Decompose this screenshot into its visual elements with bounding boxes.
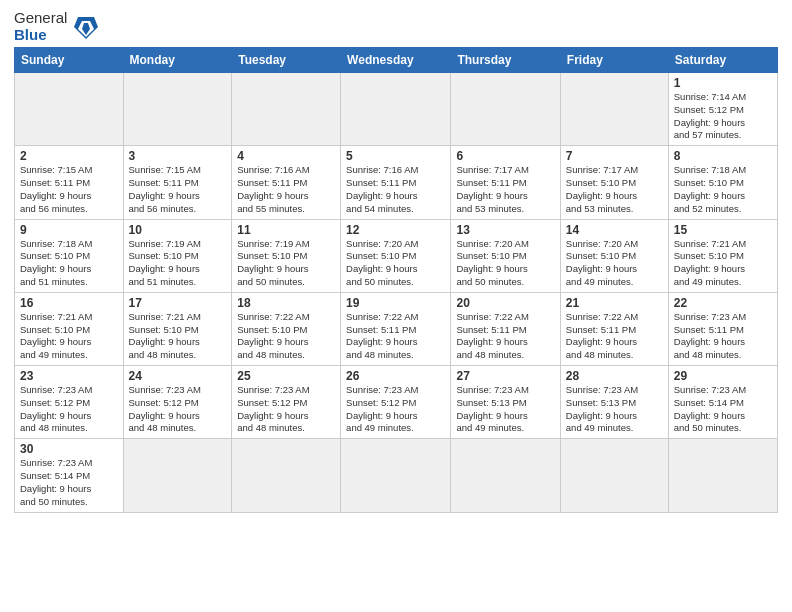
- calendar-cell: 3Sunrise: 7:15 AM Sunset: 5:11 PM Daylig…: [123, 146, 232, 219]
- day-info: Sunrise: 7:23 AM Sunset: 5:13 PM Dayligh…: [566, 384, 663, 435]
- day-number: 2: [20, 149, 118, 163]
- header: General Blue: [14, 10, 778, 43]
- page: General Blue SundayMondayTuesdayWednesda…: [0, 0, 792, 523]
- calendar-cell: 21Sunrise: 7:22 AM Sunset: 5:11 PM Dayli…: [560, 292, 668, 365]
- day-number: 27: [456, 369, 554, 383]
- day-info: Sunrise: 7:21 AM Sunset: 5:10 PM Dayligh…: [20, 311, 118, 362]
- weekday-header-monday: Monday: [123, 48, 232, 73]
- calendar-cell: [560, 439, 668, 512]
- calendar-cell: 29Sunrise: 7:23 AM Sunset: 5:14 PM Dayli…: [668, 366, 777, 439]
- calendar-cell: [668, 439, 777, 512]
- day-info: Sunrise: 7:22 AM Sunset: 5:11 PM Dayligh…: [566, 311, 663, 362]
- week-row-6: 30Sunrise: 7:23 AM Sunset: 5:14 PM Dayli…: [15, 439, 778, 512]
- calendar-cell: 27Sunrise: 7:23 AM Sunset: 5:13 PM Dayli…: [451, 366, 560, 439]
- calendar-cell: 4Sunrise: 7:16 AM Sunset: 5:11 PM Daylig…: [232, 146, 341, 219]
- day-number: 6: [456, 149, 554, 163]
- calendar-cell: 11Sunrise: 7:19 AM Sunset: 5:10 PM Dayli…: [232, 219, 341, 292]
- day-number: 5: [346, 149, 445, 163]
- calendar-cell: [341, 439, 451, 512]
- day-info: Sunrise: 7:20 AM Sunset: 5:10 PM Dayligh…: [566, 238, 663, 289]
- weekday-header-wednesday: Wednesday: [341, 48, 451, 73]
- day-info: Sunrise: 7:23 AM Sunset: 5:14 PM Dayligh…: [20, 457, 118, 508]
- day-number: 30: [20, 442, 118, 456]
- logo: General Blue: [14, 10, 102, 43]
- day-number: 3: [129, 149, 227, 163]
- day-info: Sunrise: 7:23 AM Sunset: 5:14 PM Dayligh…: [674, 384, 772, 435]
- weekday-header-tuesday: Tuesday: [232, 48, 341, 73]
- day-info: Sunrise: 7:22 AM Sunset: 5:11 PM Dayligh…: [456, 311, 554, 362]
- day-info: Sunrise: 7:19 AM Sunset: 5:10 PM Dayligh…: [129, 238, 227, 289]
- calendar-cell: 16Sunrise: 7:21 AM Sunset: 5:10 PM Dayli…: [15, 292, 124, 365]
- day-info: Sunrise: 7:23 AM Sunset: 5:12 PM Dayligh…: [129, 384, 227, 435]
- calendar-cell: 14Sunrise: 7:20 AM Sunset: 5:10 PM Dayli…: [560, 219, 668, 292]
- calendar-cell: 12Sunrise: 7:20 AM Sunset: 5:10 PM Dayli…: [341, 219, 451, 292]
- calendar-cell: 30Sunrise: 7:23 AM Sunset: 5:14 PM Dayli…: [15, 439, 124, 512]
- day-number: 23: [20, 369, 118, 383]
- calendar-cell: 9Sunrise: 7:18 AM Sunset: 5:10 PM Daylig…: [15, 219, 124, 292]
- day-info: Sunrise: 7:21 AM Sunset: 5:10 PM Dayligh…: [674, 238, 772, 289]
- weekday-header-friday: Friday: [560, 48, 668, 73]
- calendar-cell: 25Sunrise: 7:23 AM Sunset: 5:12 PM Dayli…: [232, 366, 341, 439]
- week-row-4: 16Sunrise: 7:21 AM Sunset: 5:10 PM Dayli…: [15, 292, 778, 365]
- calendar-cell: 28Sunrise: 7:23 AM Sunset: 5:13 PM Dayli…: [560, 366, 668, 439]
- day-number: 10: [129, 223, 227, 237]
- weekday-header-row: SundayMondayTuesdayWednesdayThursdayFrid…: [15, 48, 778, 73]
- day-info: Sunrise: 7:22 AM Sunset: 5:10 PM Dayligh…: [237, 311, 335, 362]
- calendar-cell: [451, 73, 560, 146]
- generalblue-logo-icon: [70, 13, 102, 41]
- day-number: 18: [237, 296, 335, 310]
- calendar-cell: 6Sunrise: 7:17 AM Sunset: 5:11 PM Daylig…: [451, 146, 560, 219]
- day-number: 15: [674, 223, 772, 237]
- day-number: 26: [346, 369, 445, 383]
- day-info: Sunrise: 7:23 AM Sunset: 5:12 PM Dayligh…: [237, 384, 335, 435]
- day-info: Sunrise: 7:17 AM Sunset: 5:10 PM Dayligh…: [566, 164, 663, 215]
- day-number: 14: [566, 223, 663, 237]
- day-number: 20: [456, 296, 554, 310]
- calendar-cell: 13Sunrise: 7:20 AM Sunset: 5:10 PM Dayli…: [451, 219, 560, 292]
- day-info: Sunrise: 7:19 AM Sunset: 5:10 PM Dayligh…: [237, 238, 335, 289]
- day-info: Sunrise: 7:23 AM Sunset: 5:12 PM Dayligh…: [20, 384, 118, 435]
- day-info: Sunrise: 7:22 AM Sunset: 5:11 PM Dayligh…: [346, 311, 445, 362]
- day-info: Sunrise: 7:16 AM Sunset: 5:11 PM Dayligh…: [237, 164, 335, 215]
- day-number: 17: [129, 296, 227, 310]
- day-info: Sunrise: 7:18 AM Sunset: 5:10 PM Dayligh…: [20, 238, 118, 289]
- day-info: Sunrise: 7:23 AM Sunset: 5:11 PM Dayligh…: [674, 311, 772, 362]
- calendar-cell: [15, 73, 124, 146]
- weekday-header-thursday: Thursday: [451, 48, 560, 73]
- day-info: Sunrise: 7:20 AM Sunset: 5:10 PM Dayligh…: [456, 238, 554, 289]
- calendar-cell: 2Sunrise: 7:15 AM Sunset: 5:11 PM Daylig…: [15, 146, 124, 219]
- day-number: 28: [566, 369, 663, 383]
- day-number: 19: [346, 296, 445, 310]
- day-number: 9: [20, 223, 118, 237]
- weekday-header-saturday: Saturday: [668, 48, 777, 73]
- calendar-cell: 5Sunrise: 7:16 AM Sunset: 5:11 PM Daylig…: [341, 146, 451, 219]
- day-number: 21: [566, 296, 663, 310]
- calendar-cell: 22Sunrise: 7:23 AM Sunset: 5:11 PM Dayli…: [668, 292, 777, 365]
- day-info: Sunrise: 7:15 AM Sunset: 5:11 PM Dayligh…: [20, 164, 118, 215]
- day-info: Sunrise: 7:15 AM Sunset: 5:11 PM Dayligh…: [129, 164, 227, 215]
- calendar-cell: 18Sunrise: 7:22 AM Sunset: 5:10 PM Dayli…: [232, 292, 341, 365]
- day-number: 11: [237, 223, 335, 237]
- day-number: 1: [674, 76, 772, 90]
- calendar-cell: [123, 439, 232, 512]
- day-number: 8: [674, 149, 772, 163]
- calendar-cell: [232, 73, 341, 146]
- day-info: Sunrise: 7:16 AM Sunset: 5:11 PM Dayligh…: [346, 164, 445, 215]
- day-info: Sunrise: 7:14 AM Sunset: 5:12 PM Dayligh…: [674, 91, 772, 142]
- day-number: 22: [674, 296, 772, 310]
- weekday-header-sunday: Sunday: [15, 48, 124, 73]
- week-row-1: 1Sunrise: 7:14 AM Sunset: 5:12 PM Daylig…: [15, 73, 778, 146]
- calendar-cell: 15Sunrise: 7:21 AM Sunset: 5:10 PM Dayli…: [668, 219, 777, 292]
- day-info: Sunrise: 7:20 AM Sunset: 5:10 PM Dayligh…: [346, 238, 445, 289]
- day-number: 16: [20, 296, 118, 310]
- calendar-cell: 20Sunrise: 7:22 AM Sunset: 5:11 PM Dayli…: [451, 292, 560, 365]
- day-number: 12: [346, 223, 445, 237]
- day-info: Sunrise: 7:23 AM Sunset: 5:12 PM Dayligh…: [346, 384, 445, 435]
- week-row-3: 9Sunrise: 7:18 AM Sunset: 5:10 PM Daylig…: [15, 219, 778, 292]
- day-info: Sunrise: 7:23 AM Sunset: 5:13 PM Dayligh…: [456, 384, 554, 435]
- day-info: Sunrise: 7:17 AM Sunset: 5:11 PM Dayligh…: [456, 164, 554, 215]
- day-number: 29: [674, 369, 772, 383]
- calendar-cell: [232, 439, 341, 512]
- calendar-cell: 23Sunrise: 7:23 AM Sunset: 5:12 PM Dayli…: [15, 366, 124, 439]
- day-number: 13: [456, 223, 554, 237]
